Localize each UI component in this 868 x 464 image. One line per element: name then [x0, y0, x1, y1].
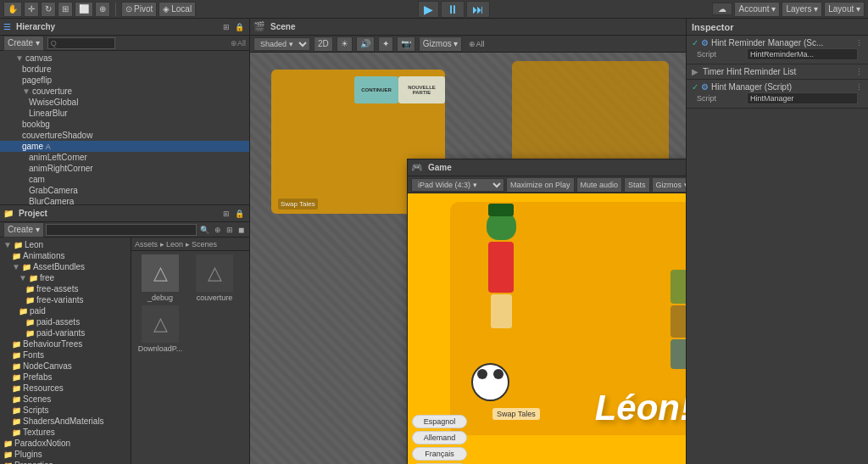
pivot-group: ⊙ Pivot ◈ Local — [121, 2, 196, 17]
hier-item-blurcamera[interactable]: BlurCamera — [0, 196, 249, 204]
play-btn[interactable]: ▶ — [418, 1, 439, 18]
hier-item-bordure[interactable]: bordure — [0, 64, 249, 75]
proj-item-textures[interactable]: 📁Textures — [0, 427, 131, 438]
scene-camera-btn[interactable]: 📷 — [397, 36, 415, 52]
scene-fx-btn[interactable]: ✦ — [378, 36, 393, 52]
project-search-icon[interactable]: 🔍 — [198, 226, 211, 234]
scene-light-btn[interactable]: ☀ — [337, 36, 353, 52]
local-btn[interactable]: ◈ Local — [159, 2, 196, 17]
pause-btn[interactable]: ⏸ — [441, 1, 465, 18]
hierarchy-lock-btn[interactable]: 🔒 — [233, 23, 246, 31]
maximize-on-play-btn[interactable]: Maximize on Play — [506, 177, 575, 193]
asset-item-downloadp[interactable]: △ DownloadP... — [135, 305, 186, 353]
scale-tool-btn[interactable]: ⊞ — [58, 2, 73, 17]
inspector-empty-area — [687, 109, 868, 464]
proj-item-scenes[interactable]: 📁Scenes — [0, 394, 131, 405]
hier-item-game[interactable]: game A — [0, 141, 249, 152]
right-panel: Inspector ✓ ⚙ Hint Reminder Manager (Sc.… — [686, 19, 868, 464]
project-pin-btn[interactable]: ⊞ — [221, 210, 231, 218]
component-2-name: Hint Manager (Script) — [711, 82, 792, 92]
project-create-btn[interactable]: Create ▾ — [3, 222, 44, 238]
inspector-component-2: ✓ ⚙ Hint Manager (Script) ⋮ Script HintM… — [687, 80, 868, 109]
cloud-btn[interactable]: ☁ — [712, 3, 732, 15]
hierarchy-search-input[interactable] — [47, 37, 115, 49]
proj-item-animations[interactable]: 📁Animations — [0, 250, 131, 261]
transform-tools: ✋ ✛ ↻ ⊞ ⬜ ⊕ — [3, 2, 110, 17]
shaded-dropdown[interactable]: Shaded ▾ — [253, 37, 310, 51]
hier-item-couverture[interactable]: ▼couverture — [0, 86, 249, 97]
inspector-header: Inspector — [687, 19, 868, 36]
proj-item-scripts[interactable]: 📁Scripts — [0, 405, 131, 416]
hier-item-couvertureshadow[interactable]: couvertureShadow — [0, 130, 249, 141]
proj-item-assetbundles[interactable]: ▼📁AssetBundles — [0, 261, 131, 272]
project-view-btn[interactable]: ⊞ — [225, 226, 235, 234]
proj-item-prefabs[interactable]: 📁Prefabs — [0, 372, 131, 383]
component-1-expand[interactable]: ▶ — [692, 67, 698, 76]
scene-view[interactable]: Lé Swap Tales CONTINUER NOUVELLE PARTIE … — [250, 53, 686, 464]
proj-item-plugins[interactable]: 📁Plugins — [0, 449, 131, 460]
hier-item-wwiseglobal[interactable]: WwiseGlobal — [0, 97, 249, 108]
proj-item-paid-variants[interactable]: 📁paid-variants — [0, 327, 131, 338]
proj-item-properties[interactable]: 📁Properties — [0, 460, 131, 464]
layout-btn[interactable]: Layout ▾ — [824, 2, 865, 17]
proj-item-shaders[interactable]: 📁ShadersAndMaterials — [0, 416, 131, 427]
scene-audio-btn[interactable]: 🔊 — [356, 36, 375, 52]
layers-btn[interactable]: Layers ▾ — [782, 2, 822, 17]
lang-btn-allemand[interactable]: Allemand — [412, 431, 467, 444]
scene-gizmos-btn[interactable]: Gizmos ▾ — [419, 36, 463, 52]
proj-item-behaviourtrees[interactable]: 📁BehaviourTrees — [0, 338, 131, 349]
component-2-menu[interactable]: ⋮ — [855, 83, 863, 92]
project-slider-btn[interactable]: ◼ — [236, 226, 246, 234]
asset-item-debug[interactable]: △ _debug — [135, 254, 186, 302]
game-gizmos-btn[interactable]: Gizmos ▾ — [652, 177, 686, 193]
project-lock-btn[interactable]: 🔒 — [233, 210, 246, 218]
step-btn[interactable]: ⏭ — [466, 1, 490, 18]
hier-item-linearblur[interactable]: LinearBlur — [0, 108, 249, 119]
proj-item-paid-assets[interactable]: 📁paid-assets — [0, 316, 131, 327]
stats-btn[interactable]: Stats — [624, 177, 650, 193]
pivot-btn[interactable]: ⊙ Pivot — [121, 2, 157, 17]
transform-tool-btn[interactable]: ⊕ — [95, 2, 110, 17]
proj-item-resources[interactable]: 📁Resources — [0, 383, 131, 394]
proj-item-paradoxnotion[interactable]: 📁ParadoxNotion — [0, 438, 131, 449]
component-2-script-val: HintManager — [747, 92, 858, 104]
scene-2d-btn[interactable]: 2D — [314, 36, 333, 52]
separator-1 — [115, 3, 116, 16]
asset-label-debug: _debug — [147, 293, 173, 302]
game-book-title: Léon! — [595, 388, 686, 428]
hier-item-canvas[interactable]: ▼canvas — [0, 53, 249, 64]
panda-eye-left — [477, 369, 487, 379]
proj-item-nodecanvas[interactable]: 📁NodeCanvas — [0, 361, 131, 372]
proj-item-free[interactable]: ▼📁free — [0, 272, 131, 283]
proj-item-free-assets[interactable]: 📁free-assets — [0, 283, 131, 294]
hand-tool-btn[interactable]: ✋ — [3, 2, 22, 17]
rect-tool-btn[interactable]: ⬜ — [75, 2, 93, 17]
char-body — [488, 242, 514, 293]
asset-item-couverture[interactable]: △ couverture — [189, 254, 240, 302]
component-0-menu[interactable]: ⋮ — [855, 39, 863, 48]
game-tag: A — [46, 143, 51, 151]
account-btn[interactable]: Account ▾ — [734, 2, 780, 17]
hier-item-animrightcorner[interactable]: animRightCorner — [0, 163, 249, 174]
proj-item-free-variants[interactable]: 📁free-variants — [0, 294, 131, 305]
lang-btn-espagnol[interactable]: Espagnol — [412, 415, 467, 428]
mute-audio-btn[interactable]: Mute audio — [576, 177, 623, 193]
project-search-input[interactable] — [46, 224, 197, 236]
hier-item-cam[interactable]: cam — [0, 174, 249, 185]
project-options-btn[interactable]: ⊕ — [213, 226, 223, 234]
proj-item-leon[interactable]: ▼📁Leon — [0, 239, 131, 250]
hier-item-grabcamera[interactable]: GrabCamera — [0, 185, 249, 196]
hierarchy-pin-btn[interactable]: ⊞ — [221, 23, 231, 31]
hierarchy-create-btn[interactable]: Create ▾ — [3, 36, 44, 51]
hier-item-bookbg[interactable]: bookbg — [0, 119, 249, 130]
rotate-tool-btn[interactable]: ↻ — [41, 2, 56, 17]
component-1-menu[interactable]: ⋮ — [855, 68, 863, 76]
proj-item-paid[interactable]: 📁paid — [0, 305, 131, 316]
hier-item-animleftcorner[interactable]: animLeftCorner — [0, 152, 249, 163]
move-tool-btn[interactable]: ✛ — [24, 2, 39, 17]
hier-item-pageflip[interactable]: pageflip — [0, 75, 249, 86]
game-resolution-dropdown[interactable]: iPad Wide (4:3) ▾ — [411, 178, 504, 192]
lang-btn-francais[interactable]: Français — [412, 447, 467, 461]
project-content: ▼📁Leon 📁Animations ▼📁AssetBundles ▼📁free… — [0, 238, 249, 464]
proj-item-fonts[interactable]: 📁Fonts — [0, 349, 131, 361]
